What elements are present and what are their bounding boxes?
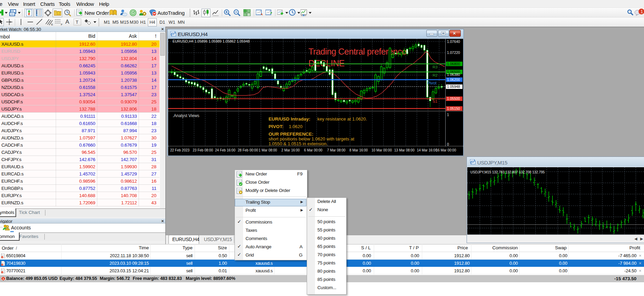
svg-text:short positions below 1.0620 w: short positions below 1.0620 with target…: [269, 136, 354, 141]
svg-text:16 Mar 00:00: 16 Mar 00:00: [436, 148, 456, 152]
svg-text:S1: S1: [433, 99, 437, 103]
svg-text:1.05150: 1.05150: [447, 106, 460, 111]
svg-text:T: T: [76, 20, 78, 25]
svg-text:.Analyst Views: .Analyst Views: [173, 113, 199, 118]
svg-text:PIVOT:: PIVOT:: [269, 124, 284, 129]
svg-text:0: 0: [447, 142, 449, 146]
svg-text:EURUSD,H4 1.05896 1.05989 1.0: EURUSD,H4 1.05896 1.05989 1.05862 1.0594…: [173, 39, 250, 43]
svg-text:F: F: [61, 23, 63, 25]
svg-text:E: E: [51, 23, 53, 25]
svg-text:1: 1: [447, 113, 449, 117]
svg-text:7 Mar 08:00: 7 Mar 08:00: [327, 148, 346, 152]
svg-text:6 Mar 00:00: 6 Mar 00:00: [304, 148, 323, 152]
svg-text:1.06800: 1.06800: [447, 62, 460, 66]
svg-text:22 Feb 2023: 22 Feb 2023: [170, 148, 190, 152]
svg-text:Trading Central preference: Trading Central preference: [308, 47, 406, 56]
svg-text:2 Mar 16:00: 2 Mar 16:00: [281, 148, 300, 152]
svg-text:1.05500: 1.05500: [447, 96, 460, 101]
svg-text:1.07640: 1.07640: [447, 39, 460, 44]
svg-text:R2: R2: [433, 73, 438, 77]
svg-text:8 Mar 16:00: 8 Mar 16:00: [349, 148, 368, 152]
svg-text:28 Feb 00:00: 28 Feb 00:00: [238, 148, 258, 152]
svg-text:13 Mar 08:00: 13 Mar 08:00: [394, 148, 415, 152]
svg-text:24 Feb 16:00: 24 Feb 16:00: [215, 148, 236, 152]
svg-text:key resistance at 1.0620.: key resistance at 1.0620.: [317, 116, 367, 122]
svg-text:1.05948: 1.05948: [447, 84, 460, 89]
svg-text:1.0620: 1.0620: [289, 124, 303, 129]
svg-text:1.0550 & 1.0515 in extension.: 1.0550 & 1.0515 in extension.: [269, 141, 328, 146]
svg-text:1 Mar 08:00: 1 Mar 08:00: [259, 148, 277, 152]
svg-text:1.06380: 1.06380: [447, 72, 460, 77]
svg-text:14 Mar 16:00: 14 Mar 16:00: [417, 148, 437, 152]
svg-text:EUR/USD Intraday:: EUR/USD Intraday:: [269, 116, 310, 122]
svg-text:R3: R3: [433, 65, 438, 69]
svg-text:USDJPY,M15 132.783 132.807 13: USDJPY,M15 132.783 132.807 132.708 132.7…: [470, 170, 545, 174]
svg-text:1.07220: 1.07220: [447, 50, 460, 55]
svg-text:23 Feb 08:00: 23 Feb 08:00: [193, 148, 213, 152]
svg-text:1.06200: 1.06200: [447, 78, 460, 82]
svg-text:Pivot: Pivot: [427, 81, 437, 86]
svg-text:OUR PREFERENCE:: OUR PREFERENCE:: [269, 132, 314, 137]
svg-text:10 Mar 00:00: 10 Mar 00:00: [372, 148, 392, 152]
